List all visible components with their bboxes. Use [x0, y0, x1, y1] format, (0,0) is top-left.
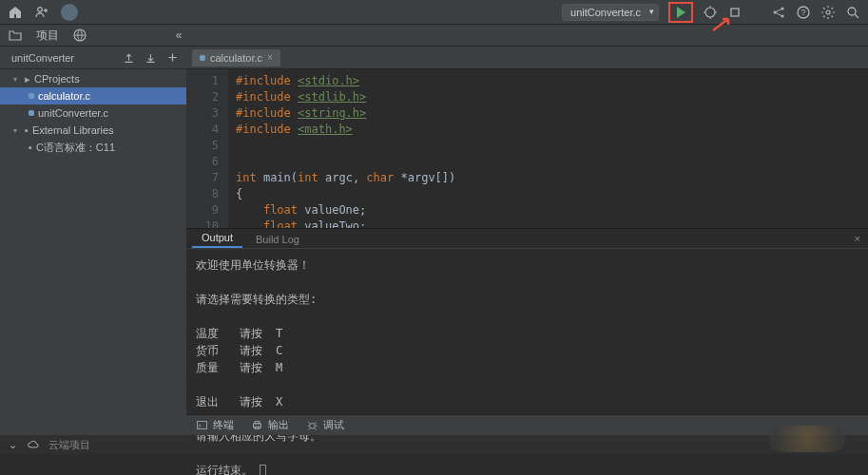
terminal-tab[interactable]: 终端: [196, 418, 234, 432]
run-icon[interactable]: [673, 5, 688, 20]
run-button-highlight: [668, 2, 693, 23]
svg-point-9: [848, 8, 856, 15]
svg-rect-13: [255, 421, 260, 423]
output-tab[interactable]: 输出: [251, 418, 289, 432]
share-icon[interactable]: [771, 5, 786, 20]
line-gutter: 1234 5678 9101112 13141516: [186, 69, 228, 228]
code-editor[interactable]: #include <stdio.h> #include <stdlib.h> #…: [228, 69, 868, 228]
console-tab-output[interactable]: Output: [192, 229, 242, 248]
run-config-select[interactable]: unitConverter.c: [562, 4, 659, 21]
project-label: 项目: [36, 28, 59, 44]
toolbar: 项目: [0, 25, 868, 47]
bug-icon: [306, 419, 318, 431]
home-icon[interactable]: [8, 5, 23, 20]
upload-icon[interactable]: [123, 51, 135, 64]
folder-icon[interactable]: [8, 28, 23, 43]
svg-point-15: [310, 423, 316, 428]
editor-pane: calculator.c × 1234 5678 9101112 1314151…: [186, 47, 868, 435]
tree-external-libs[interactable]: ▾▪External Libraries: [0, 122, 186, 139]
debug-icon[interactable]: [703, 5, 718, 20]
download-icon[interactable]: [145, 51, 157, 64]
cloud-icon[interactable]: [27, 439, 39, 451]
tree-folder-cprojects[interactable]: ▾▸CProjects: [0, 70, 186, 87]
console-tab-buildlog[interactable]: Build Log: [246, 231, 309, 248]
cloud-project-label: 云端项目: [48, 438, 90, 452]
tree-file-unitconverter[interactable]: unitConverter.c: [0, 104, 186, 122]
svg-point-1: [705, 8, 715, 17]
gear-icon[interactable]: [820, 5, 836, 20]
stop-icon[interactable]: [727, 5, 743, 20]
console-panel: Output Build Log × 欢迎使用单位转换器！ 请选择需要转换的类型…: [186, 228, 868, 414]
help-icon[interactable]: ?: [796, 5, 811, 20]
terminal-icon: [196, 419, 208, 431]
watermark: [769, 426, 845, 452]
editor-tab-calculator[interactable]: calculator.c ×: [192, 49, 280, 66]
add-icon[interactable]: [166, 51, 179, 64]
titlebar: unitConverter.c ?: [0, 0, 868, 25]
file-tree: ▾▸CProjects calculator.c unitConverter.c…: [0, 69, 186, 156]
svg-text:?: ?: [800, 8, 805, 17]
tree-c-standard[interactable]: ▪C语言标准：C11: [0, 139, 186, 156]
printer-icon: [251, 419, 263, 431]
svg-rect-2: [731, 9, 739, 16]
chevron-down-icon[interactable]: ⌄: [8, 437, 17, 452]
debug-tab[interactable]: 调试: [306, 418, 344, 432]
console-output[interactable]: 欢迎使用单位转换器！ 请选择需要转换的类型: 温度 请按 T 货币 请按 C 质…: [186, 249, 868, 475]
bottom-toolbar: 终端 输出 调试: [186, 414, 868, 435]
search-icon[interactable]: [845, 5, 860, 20]
c-file-icon: [200, 55, 205, 61]
close-tab-icon[interactable]: ×: [267, 52, 273, 63]
svg-point-0: [38, 7, 43, 11]
tree-file-calculator[interactable]: calculator.c: [0, 87, 186, 104]
svg-point-8: [826, 10, 830, 14]
project-root[interactable]: unitConverter: [8, 52, 74, 64]
globe-icon[interactable]: [72, 28, 87, 43]
add-user-icon[interactable]: [34, 5, 49, 20]
collapse-sidebar-icon[interactable]: «: [173, 29, 184, 41]
console-close-icon[interactable]: ×: [855, 233, 860, 244]
project-sidebar: unitConverter « ▾▸CProjects calculator.c…: [0, 47, 186, 435]
editor-tabs: calculator.c ×: [186, 47, 868, 69]
svg-rect-11: [198, 421, 207, 428]
avatar[interactable]: [61, 4, 78, 21]
